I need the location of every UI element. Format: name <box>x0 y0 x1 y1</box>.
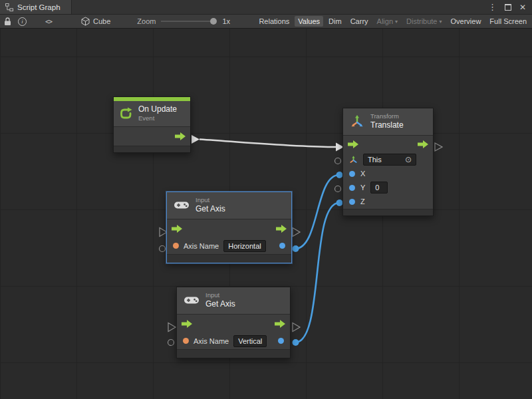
dim-button[interactable]: Dim <box>325 16 345 27</box>
window-menu-icon[interactable]: ⋮ <box>488 3 497 11</box>
y-value-field[interactable]: 0 <box>370 182 388 194</box>
zoom-slider-fill <box>161 21 214 22</box>
transform-type-icon <box>349 156 358 164</box>
z-port-label: Z <box>360 198 365 205</box>
translate-flow-out-port[interactable] <box>435 143 442 151</box>
graph-toolbar: i <> Cube Zoom 1x Relations Values Dim C… <box>0 15 532 29</box>
fullscreen-button[interactable]: Full Screen <box>486 16 530 27</box>
translate-this-port[interactable] <box>335 158 341 164</box>
onupdate-flow-out-port[interactable] <box>192 135 200 144</box>
node-title: Get Axis <box>196 205 225 213</box>
node-subtitle: Event <box>138 115 177 122</box>
node-get-axis-horizontal[interactable]: Input Get Axis Axis Name Horizontal <box>166 192 292 263</box>
zoom-slider-handle[interactable] <box>210 18 217 25</box>
this-value: This <box>368 155 382 164</box>
node-footer <box>167 254 291 263</box>
gamepad-icon <box>184 295 200 305</box>
flow-out-arrow-icon[interactable] <box>275 320 285 328</box>
getaxis-v-flow-in-port[interactable] <box>168 323 176 332</box>
cube-icon <box>81 17 90 26</box>
script-graph-icon <box>5 3 13 11</box>
axis-name-field[interactable]: Vertical <box>233 335 267 347</box>
close-icon[interactable]: ✕ <box>519 3 526 11</box>
info-icon[interactable]: i <box>18 17 27 26</box>
flow-in-arrow-icon[interactable] <box>182 320 192 328</box>
object-picker-icon[interactable]: ⊙ <box>405 156 412 164</box>
node-category: Input <box>205 292 235 299</box>
gamepad-icon <box>174 200 190 210</box>
node-footer <box>177 349 290 358</box>
value-out-port-dot[interactable] <box>278 338 284 344</box>
node-title: Get Axis <box>205 300 235 309</box>
node-get-axis-vertical[interactable]: Input Get Axis Axis Name Vertical <box>176 287 291 358</box>
y-port-dot[interactable] <box>349 185 355 191</box>
align-button[interactable]: Align▾ <box>374 16 401 27</box>
flow-out-arrow-icon[interactable] <box>418 140 428 148</box>
node-category: Transform <box>370 113 404 120</box>
node-footer <box>114 146 190 152</box>
x-port-label: X <box>360 170 365 178</box>
getaxis-h-axisname-port[interactable] <box>160 246 166 252</box>
loop-event-icon <box>119 107 132 120</box>
axis-name-port-dot[interactable] <box>183 338 189 344</box>
transform-icon <box>350 114 364 129</box>
maximize-icon[interactable] <box>505 4 511 11</box>
flow-in-arrow-icon[interactable] <box>348 140 358 148</box>
flow-out-arrow-icon[interactable] <box>175 132 186 140</box>
carry-button[interactable]: Carry <box>347 16 372 27</box>
axis-name-field[interactable]: Horizontal <box>223 240 266 252</box>
tab-script-graph[interactable]: Script Graph <box>0 0 72 14</box>
zoom-slider[interactable] <box>161 17 217 25</box>
lock-icon[interactable] <box>4 17 11 26</box>
flow-out-arrow-icon[interactable] <box>276 225 287 233</box>
zoom-label: Zoom <box>137 17 156 25</box>
chevron-down-icon: ▾ <box>440 19 442 25</box>
toolbar-buttons: Relations Values Dim Carry Align▾ Distri… <box>255 16 532 27</box>
node-footer <box>343 209 433 215</box>
value-out-port-dot[interactable] <box>279 243 285 249</box>
node-category: Input <box>196 197 225 203</box>
node-title: On Update <box>138 105 177 114</box>
translate-z-port[interactable] <box>336 200 343 206</box>
getaxis-v-flow-out-port[interactable] <box>293 323 300 332</box>
graph-canvas[interactable]: On Update Event Transform Translate <box>0 29 532 399</box>
x-port-dot[interactable] <box>349 171 355 177</box>
graph-owner[interactable]: Cube <box>81 17 110 26</box>
axis-name-label: Axis Name <box>184 242 219 250</box>
flow-wire-onupdate-translate <box>200 140 336 148</box>
translate-x-port[interactable] <box>336 172 343 178</box>
axis-name-port-dot[interactable] <box>173 243 179 249</box>
getaxis-h-flow-out-port[interactable] <box>293 228 300 237</box>
chevron-down-icon: ▾ <box>395 19 398 25</box>
distribute-button[interactable]: Distribute▾ <box>403 16 445 27</box>
value-wire-vertical-z <box>295 203 339 342</box>
object-name: Cube <box>93 17 110 25</box>
getaxis-v-axisname-port[interactable] <box>168 340 174 346</box>
window-titlebar: Script Graph ⋮ ✕ <box>0 0 532 15</box>
node-title: Translate <box>370 121 404 130</box>
getaxis-h-value-out-port[interactable] <box>293 245 299 252</box>
zoom-value: 1x <box>222 17 230 25</box>
tab-title: Script Graph <box>17 3 61 11</box>
axis-name-label: Axis Name <box>194 337 229 345</box>
values-button[interactable]: Values <box>295 16 323 27</box>
z-port-dot[interactable] <box>349 199 355 205</box>
flow-in-arrow-icon[interactable] <box>172 225 182 233</box>
code-view-icon[interactable]: <> <box>45 18 52 25</box>
this-dropdown[interactable]: This ⊙ <box>363 154 416 166</box>
translate-y-port[interactable] <box>335 186 341 192</box>
getaxis-v-value-out-port[interactable] <box>293 339 299 346</box>
value-wire-horizontal-x <box>295 175 339 249</box>
node-translate[interactable]: Transform Translate This ⊙ <box>342 108 434 216</box>
node-on-update[interactable]: On Update Event <box>113 96 191 153</box>
overview-button[interactable]: Overview <box>448 16 485 27</box>
y-port-label: Y <box>360 184 365 192</box>
relations-button[interactable]: Relations <box>255 16 293 27</box>
